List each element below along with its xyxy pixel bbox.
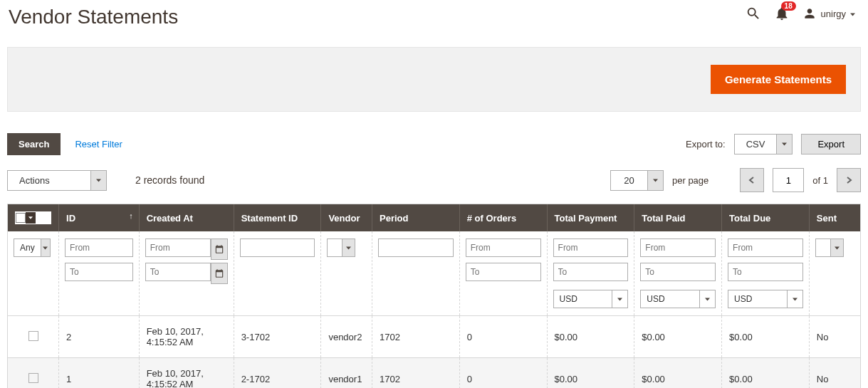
header-created-at[interactable]: Created At bbox=[139, 204, 234, 231]
filter-row: Any bbox=[8, 231, 860, 316]
filter-orders-to[interactable] bbox=[466, 263, 541, 281]
sort-asc-icon: ↑ bbox=[129, 211, 133, 220]
calendar-icon[interactable] bbox=[211, 238, 228, 260]
filter-created-from[interactable] bbox=[145, 238, 211, 257]
filter-select-any[interactable]: Any bbox=[14, 238, 51, 257]
filter-payment-from[interactable] bbox=[553, 238, 629, 257]
generate-statements-button[interactable]: Generate Statements bbox=[711, 65, 846, 94]
cell-period: 1702 bbox=[372, 316, 460, 358]
filter-due-currency[interactable]: USD bbox=[728, 290, 803, 308]
filter-period[interactable] bbox=[378, 238, 454, 257]
header-orders[interactable]: # of Orders bbox=[459, 204, 547, 231]
per-page-label: per page bbox=[672, 175, 708, 186]
cell-orders: 0 bbox=[459, 358, 547, 389]
header-vendor[interactable]: Vendor bbox=[321, 204, 372, 231]
select-all-checkbox[interactable] bbox=[15, 211, 51, 224]
bulk-actions-select[interactable]: Actions bbox=[7, 170, 107, 191]
header-period[interactable]: Period bbox=[372, 204, 460, 231]
chevron-down-icon bbox=[850, 9, 855, 19]
header-checkbox-col bbox=[8, 204, 59, 231]
cell-total-payment: $0.00 bbox=[547, 316, 634, 358]
filter-due-from[interactable] bbox=[728, 238, 803, 257]
chevron-down-icon bbox=[788, 290, 803, 308]
filter-orders-from[interactable] bbox=[466, 238, 541, 257]
reset-filter-link[interactable]: Reset Filter bbox=[75, 139, 122, 150]
per-page-select[interactable]: 20 bbox=[610, 170, 664, 191]
chevron-down-icon bbox=[91, 170, 107, 191]
table-row[interactable]: 2Feb 10, 2017, 4:15:52 AM3-1702vendor217… bbox=[8, 316, 860, 358]
filter-sent-select[interactable] bbox=[815, 238, 854, 257]
filter-paid-to[interactable] bbox=[640, 263, 716, 281]
cell-total-paid: $0.00 bbox=[634, 316, 722, 358]
export-button[interactable]: Export bbox=[801, 134, 861, 154]
filter-created-to[interactable] bbox=[145, 263, 211, 281]
calendar-icon[interactable] bbox=[211, 263, 228, 284]
header-statement-id[interactable]: Statement ID bbox=[234, 204, 321, 231]
records-count: 2 records found bbox=[135, 174, 204, 186]
export-format-value: CSV bbox=[734, 134, 778, 154]
cell-total-paid: $0.00 bbox=[634, 358, 722, 389]
cell-orders: 0 bbox=[459, 316, 547, 358]
export-label: Export to: bbox=[686, 139, 726, 150]
bulk-actions-value: Actions bbox=[7, 170, 91, 191]
cell-statement-id: 2-1702 bbox=[234, 358, 321, 389]
filter-id-to[interactable] bbox=[65, 263, 133, 281]
cell-vendor: vendor2 bbox=[321, 316, 372, 358]
user-menu[interactable]: unirgy bbox=[802, 6, 855, 21]
filter-due-to[interactable] bbox=[728, 263, 803, 281]
table-row[interactable]: 1Feb 10, 2017, 4:15:52 AM2-1702vendor117… bbox=[8, 358, 860, 389]
next-page-button[interactable] bbox=[837, 168, 861, 192]
notification-badge: 18 bbox=[781, 1, 796, 11]
page-total: of 1 bbox=[812, 175, 828, 186]
filter-paid-from[interactable] bbox=[640, 238, 716, 257]
search-button[interactable]: Search bbox=[7, 133, 61, 155]
cell-created-at: Feb 10, 2017, 4:15:52 AM bbox=[139, 358, 234, 389]
row-checkbox[interactable] bbox=[28, 331, 38, 341]
cell-total-due: $0.00 bbox=[722, 316, 810, 358]
header-total-due[interactable]: Total Due bbox=[722, 204, 810, 231]
header-total-payment[interactable]: Total Payment bbox=[547, 204, 634, 231]
chevron-down-icon bbox=[831, 238, 844, 257]
header-id[interactable]: ID↑ bbox=[59, 204, 140, 231]
header-sent[interactable]: Sent bbox=[809, 204, 860, 231]
cell-sent: No bbox=[809, 358, 860, 389]
page-input[interactable] bbox=[773, 168, 804, 192]
chevron-down-icon bbox=[777, 134, 793, 154]
export-format-select[interactable]: CSV bbox=[734, 134, 793, 154]
cell-created-at: Feb 10, 2017, 4:15:52 AM bbox=[139, 316, 234, 358]
chevron-down-icon bbox=[343, 238, 355, 257]
notifications-icon[interactable]: 18 bbox=[774, 6, 790, 21]
cell-total-due: $0.00 bbox=[722, 358, 810, 389]
search-icon[interactable] bbox=[746, 6, 761, 21]
filter-vendor-select[interactable] bbox=[327, 238, 366, 257]
top-toolbar: 18 unirgy bbox=[746, 6, 855, 21]
cell-statement-id: 3-1702 bbox=[234, 316, 321, 358]
chevron-down-icon bbox=[612, 290, 628, 308]
data-grid: ID↑ Created At Statement ID Vendor Perio… bbox=[7, 204, 861, 388]
page-title: Vendor Statements bbox=[9, 6, 178, 28]
cell-total-payment: $0.00 bbox=[547, 358, 634, 389]
header-total-paid[interactable]: Total Paid bbox=[634, 204, 722, 231]
filter-payment-to[interactable] bbox=[553, 263, 629, 281]
cell-sent: No bbox=[809, 316, 860, 358]
chevron-down-icon bbox=[648, 170, 664, 191]
username-label: unirgy bbox=[821, 9, 846, 19]
filter-id-from[interactable] bbox=[65, 238, 133, 257]
filter-paid-currency[interactable]: USD bbox=[640, 290, 716, 308]
filter-statement-id[interactable] bbox=[240, 238, 315, 257]
per-page-value: 20 bbox=[610, 170, 648, 191]
prev-page-button[interactable] bbox=[740, 168, 764, 192]
chevron-down-icon bbox=[700, 290, 716, 308]
row-checkbox[interactable] bbox=[28, 373, 38, 383]
filter-payment-currency[interactable]: USD bbox=[553, 290, 629, 308]
cell-period: 1702 bbox=[372, 358, 460, 389]
chevron-down-icon bbox=[41, 238, 51, 257]
cell-vendor: vendor1 bbox=[321, 358, 372, 389]
primary-action-bar: Generate Statements bbox=[7, 47, 861, 112]
cell-id: 1 bbox=[59, 358, 140, 389]
cell-id: 2 bbox=[59, 316, 140, 358]
